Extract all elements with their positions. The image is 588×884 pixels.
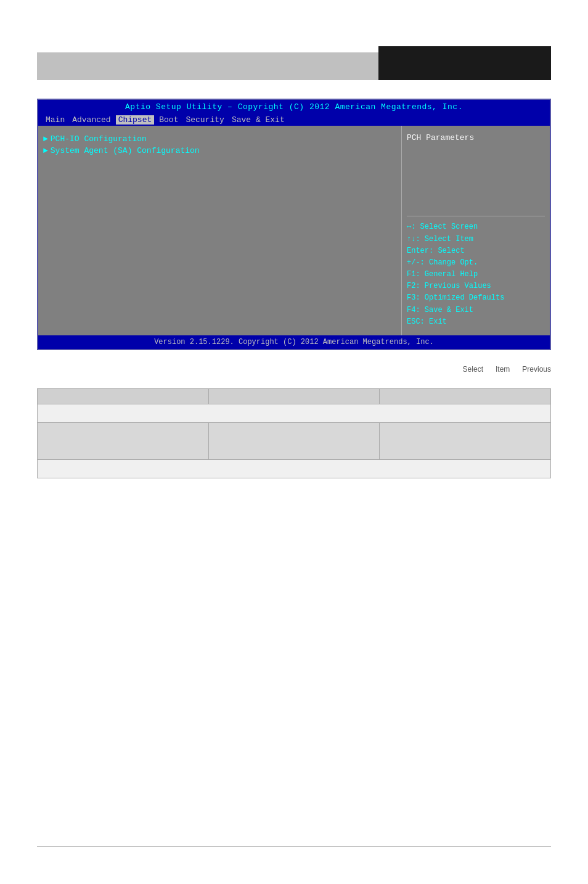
legend-change-opt: +/-: Change Opt. bbox=[407, 257, 545, 269]
table-data-col3 bbox=[380, 423, 551, 460]
legend-general-help: F1: General Help bbox=[407, 269, 545, 280]
table-data-col1 bbox=[38, 423, 209, 460]
option-label-pch: PCH-IO Configuration bbox=[51, 134, 147, 144]
bios-body: ► PCH-IO Configuration ► System Agent (S… bbox=[38, 126, 550, 335]
bios-title: Aptio Setup Utility – Copyright (C) 2012… bbox=[38, 100, 550, 114]
bios-help-panel: PCH Parameters ↔: Select Screen ↑↓: Sele… bbox=[402, 126, 550, 335]
table-header-row bbox=[38, 389, 551, 404]
table-bottom-cell bbox=[38, 460, 551, 478]
header-right-block bbox=[378, 46, 551, 80]
nav-previous-label: Previous bbox=[522, 365, 551, 374]
legend-esc-exit: ESC: Exit bbox=[407, 316, 545, 328]
option-label-sa: System Agent (SA) Configuration bbox=[51, 146, 200, 155]
menu-security[interactable]: Security bbox=[183, 115, 226, 125]
bios-divider bbox=[407, 216, 545, 216]
bottom-divider bbox=[37, 846, 551, 847]
legend-previous-values: F2: Previous Values bbox=[407, 280, 545, 292]
nav-item-label: Item bbox=[496, 365, 510, 374]
top-header bbox=[0, 37, 588, 80]
table-header-col2 bbox=[208, 389, 380, 404]
bios-menu-bar[interactable]: Main Advanced Chipset Boot Security Save… bbox=[38, 114, 550, 126]
menu-advanced[interactable]: Advanced bbox=[70, 115, 113, 125]
table-full-row-1 bbox=[38, 404, 551, 423]
bios-option-sa[interactable]: ► System Agent (SA) Configuration bbox=[43, 145, 396, 157]
table-full-cell-1 bbox=[38, 404, 551, 423]
header-left-block bbox=[37, 52, 378, 80]
bios-help-title: PCH Parameters bbox=[407, 133, 545, 142]
legend-save-exit: F4: Save & Exit bbox=[407, 305, 545, 316]
menu-save-exit[interactable]: Save & Exit bbox=[229, 115, 287, 125]
menu-boot[interactable]: Boot bbox=[157, 115, 181, 125]
menu-main[interactable]: Main bbox=[43, 115, 67, 125]
legend-enter-select: Enter: Select bbox=[407, 245, 545, 257]
legend-optimized-defaults: F3: Optimized Defaults bbox=[407, 292, 545, 304]
table-data-row bbox=[38, 423, 551, 460]
bios-option-pch[interactable]: ► PCH-IO Configuration bbox=[43, 133, 396, 145]
table-bottom-row bbox=[38, 460, 551, 478]
option-arrow-sa: ► bbox=[43, 146, 48, 155]
legend-select-screen: ↔: Select Screen bbox=[407, 221, 545, 233]
legend-select-item: ↑↓: Select Item bbox=[407, 234, 545, 245]
bios-screen: Aptio Setup Utility – Copyright (C) 2012… bbox=[37, 99, 551, 350]
option-arrow-pch: ► bbox=[43, 134, 48, 144]
table-header-col3 bbox=[380, 389, 551, 404]
nav-hint-row: Select Item Previous bbox=[37, 362, 551, 376]
bios-footer: Version 2.15.1229. Copyright (C) 2012 Am… bbox=[38, 335, 550, 349]
menu-chipset[interactable]: Chipset bbox=[116, 115, 155, 125]
bios-legend: ↔: Select Screen ↑↓: Select Item Enter: … bbox=[407, 221, 545, 328]
content-table bbox=[37, 388, 551, 478]
bios-options-panel: ► PCH-IO Configuration ► System Agent (S… bbox=[38, 126, 402, 335]
table-data-col2 bbox=[208, 423, 380, 460]
table-section bbox=[37, 388, 551, 478]
nav-select-label: Select bbox=[463, 365, 483, 374]
table-header-col1 bbox=[38, 389, 209, 404]
